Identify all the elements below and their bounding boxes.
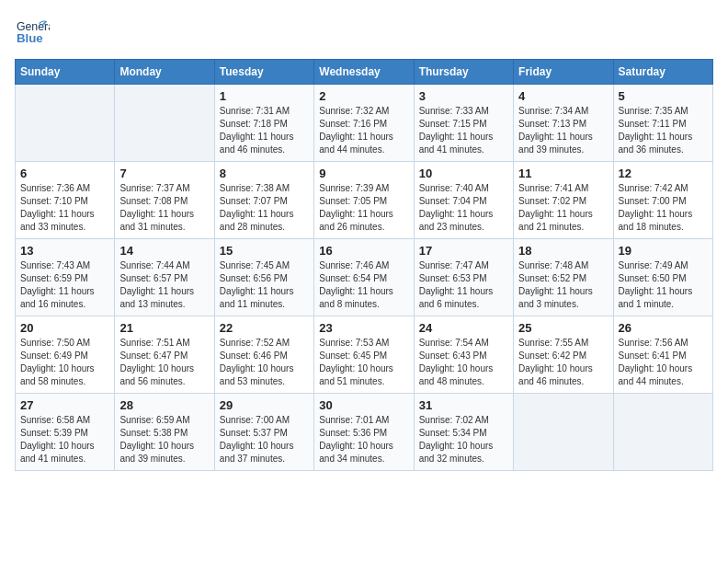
calendar-cell: 1Sunrise: 7:31 AMSunset: 7:18 PMDaylight… [214, 85, 313, 162]
calendar-cell: 26Sunrise: 7:56 AMSunset: 6:41 PMDayligh… [613, 316, 712, 394]
day-info: Sunrise: 7:40 AMSunset: 7:04 PMDaylight:… [419, 182, 508, 234]
logo-icon: General Blue [15, 15, 50, 50]
calendar-cell: 5Sunrise: 7:35 AMSunset: 7:11 PMDaylight… [613, 85, 712, 162]
calendar-cell [613, 394, 712, 471]
day-info: Sunrise: 7:41 AMSunset: 7:02 PMDaylight:… [518, 182, 608, 234]
day-number: 11 [518, 167, 608, 180]
calendar-cell: 8Sunrise: 7:38 AMSunset: 7:07 PMDaylight… [214, 162, 313, 239]
calendar-cell: 25Sunrise: 7:55 AMSunset: 6:42 PMDayligh… [514, 316, 613, 394]
calendar-cell: 20Sunrise: 7:50 AMSunset: 6:49 PMDayligh… [16, 316, 115, 394]
day-number: 17 [419, 244, 508, 258]
day-number: 12 [619, 167, 708, 180]
day-number: 8 [220, 167, 309, 180]
calendar-cell: 12Sunrise: 7:42 AMSunset: 7:00 PMDayligh… [613, 162, 712, 239]
day-info: Sunrise: 7:55 AMSunset: 6:42 PMDaylight:… [518, 337, 608, 388]
day-number: 3 [419, 89, 508, 103]
day-info: Sunrise: 7:37 AMSunset: 7:08 PMDaylight:… [119, 182, 209, 234]
calendar-cell: 13Sunrise: 7:43 AMSunset: 6:59 PMDayligh… [16, 239, 115, 316]
day-number: 4 [518, 89, 608, 103]
calendar-cell: 6Sunrise: 7:36 AMSunset: 7:10 PMDaylight… [16, 162, 115, 239]
calendar-cell: 18Sunrise: 7:48 AMSunset: 6:52 PMDayligh… [514, 239, 613, 316]
logo: General Blue [15, 15, 53, 50]
calendar-cell: 3Sunrise: 7:33 AMSunset: 7:15 PMDaylight… [414, 85, 513, 162]
calendar-cell: 4Sunrise: 7:34 AMSunset: 7:13 PMDaylight… [514, 85, 613, 162]
weekday-header: Friday [514, 60, 613, 85]
day-info: Sunrise: 7:36 AMSunset: 7:10 PMDaylight:… [20, 182, 109, 234]
day-number: 23 [319, 321, 408, 335]
calendar-cell: 10Sunrise: 7:40 AMSunset: 7:04 PMDayligh… [414, 162, 513, 239]
calendar-cell: 23Sunrise: 7:53 AMSunset: 6:45 PMDayligh… [314, 316, 414, 394]
calendar-cell: 11Sunrise: 7:41 AMSunset: 7:02 PMDayligh… [514, 162, 613, 239]
calendar-cell: 14Sunrise: 7:44 AMSunset: 6:57 PMDayligh… [115, 239, 214, 316]
day-info: Sunrise: 7:32 AMSunset: 7:16 PMDaylight:… [319, 105, 408, 156]
day-number: 19 [619, 244, 708, 258]
day-number: 14 [119, 244, 209, 258]
day-info: Sunrise: 7:35 AMSunset: 7:11 PMDaylight:… [619, 105, 708, 156]
weekday-header: Wednesday [314, 60, 414, 85]
calendar-week-row: 20Sunrise: 7:50 AMSunset: 6:49 PMDayligh… [16, 316, 713, 394]
day-info: Sunrise: 7:53 AMSunset: 6:45 PMDaylight:… [319, 337, 408, 388]
day-info: Sunrise: 7:56 AMSunset: 6:41 PMDaylight:… [619, 337, 708, 388]
day-number: 22 [220, 321, 309, 335]
day-number: 27 [20, 398, 109, 412]
day-number: 25 [518, 321, 608, 335]
calendar-cell: 7Sunrise: 7:37 AMSunset: 7:08 PMDaylight… [115, 162, 214, 239]
calendar-cell: 24Sunrise: 7:54 AMSunset: 6:43 PMDayligh… [414, 316, 513, 394]
day-number: 20 [20, 321, 109, 335]
calendar-week-row: 27Sunrise: 6:58 AMSunset: 5:39 PMDayligh… [16, 394, 713, 471]
day-info: Sunrise: 7:50 AMSunset: 6:49 PMDaylight:… [20, 337, 109, 388]
day-info: Sunrise: 7:52 AMSunset: 6:46 PMDaylight:… [220, 337, 309, 388]
day-info: Sunrise: 7:48 AMSunset: 6:52 PMDaylight:… [518, 259, 608, 311]
day-info: Sunrise: 7:46 AMSunset: 6:54 PMDaylight:… [319, 259, 408, 311]
day-info: Sunrise: 7:38 AMSunset: 7:07 PMDaylight:… [220, 182, 309, 234]
svg-text:Blue: Blue [17, 31, 43, 45]
page-header: General Blue [15, 15, 713, 50]
day-info: Sunrise: 6:58 AMSunset: 5:39 PMDaylight:… [20, 414, 109, 465]
calendar-cell: 22Sunrise: 7:52 AMSunset: 6:46 PMDayligh… [214, 316, 313, 394]
calendar-cell: 16Sunrise: 7:46 AMSunset: 6:54 PMDayligh… [314, 239, 414, 316]
day-number: 15 [220, 244, 309, 258]
calendar-week-row: 1Sunrise: 7:31 AMSunset: 7:18 PMDaylight… [16, 85, 713, 162]
day-info: Sunrise: 7:44 AMSunset: 6:57 PMDaylight:… [119, 259, 209, 311]
day-number: 26 [619, 321, 708, 335]
day-number: 2 [319, 89, 408, 103]
day-number: 31 [419, 398, 508, 412]
calendar-cell: 15Sunrise: 7:45 AMSunset: 6:56 PMDayligh… [214, 239, 313, 316]
day-number: 24 [419, 321, 508, 335]
day-number: 9 [319, 167, 408, 180]
day-info: Sunrise: 6:59 AMSunset: 5:38 PMDaylight:… [119, 414, 209, 465]
calendar-cell: 2Sunrise: 7:32 AMSunset: 7:16 PMDaylight… [314, 85, 414, 162]
day-number: 28 [119, 398, 209, 412]
day-number: 18 [518, 244, 608, 258]
day-info: Sunrise: 7:39 AMSunset: 7:05 PMDaylight:… [319, 182, 408, 234]
calendar-table: SundayMondayTuesdayWednesdayThursdayFrid… [15, 59, 713, 471]
day-number: 5 [619, 89, 708, 103]
day-number: 6 [20, 167, 109, 180]
day-info: Sunrise: 7:54 AMSunset: 6:43 PMDaylight:… [419, 337, 508, 388]
weekday-header: Sunday [16, 60, 115, 85]
weekday-header: Monday [115, 60, 214, 85]
weekday-header: Tuesday [214, 60, 313, 85]
calendar-cell [115, 85, 214, 162]
day-info: Sunrise: 7:34 AMSunset: 7:13 PMDaylight:… [518, 105, 608, 156]
day-info: Sunrise: 7:02 AMSunset: 5:34 PMDaylight:… [419, 414, 508, 465]
day-number: 21 [119, 321, 209, 335]
calendar-cell [16, 85, 115, 162]
calendar-week-row: 13Sunrise: 7:43 AMSunset: 6:59 PMDayligh… [16, 239, 713, 316]
day-info: Sunrise: 7:51 AMSunset: 6:47 PMDaylight:… [119, 337, 209, 388]
calendar-cell: 28Sunrise: 6:59 AMSunset: 5:38 PMDayligh… [115, 394, 214, 471]
calendar-cell: 21Sunrise: 7:51 AMSunset: 6:47 PMDayligh… [115, 316, 214, 394]
day-info: Sunrise: 7:45 AMSunset: 6:56 PMDaylight:… [220, 259, 309, 311]
day-info: Sunrise: 7:01 AMSunset: 5:36 PMDaylight:… [319, 414, 408, 465]
calendar-cell: 29Sunrise: 7:00 AMSunset: 5:37 PMDayligh… [214, 394, 313, 471]
day-number: 1 [220, 89, 309, 103]
day-number: 29 [220, 398, 309, 412]
calendar-cell: 17Sunrise: 7:47 AMSunset: 6:53 PMDayligh… [414, 239, 513, 316]
day-number: 10 [419, 167, 508, 180]
day-number: 13 [20, 244, 109, 258]
day-info: Sunrise: 7:00 AMSunset: 5:37 PMDaylight:… [220, 414, 309, 465]
weekday-header: Saturday [613, 60, 712, 85]
calendar-cell [514, 394, 613, 471]
day-info: Sunrise: 7:43 AMSunset: 6:59 PMDaylight:… [20, 259, 109, 311]
day-number: 7 [119, 167, 209, 180]
